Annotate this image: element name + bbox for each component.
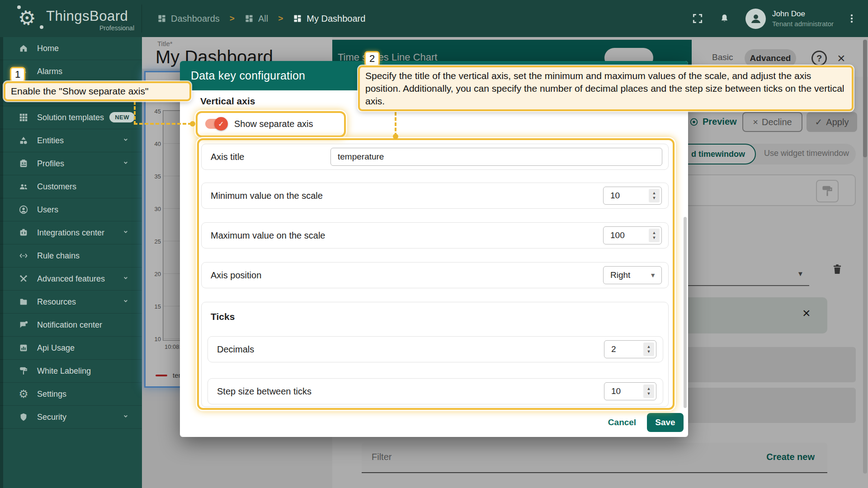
number-stepper[interactable]: ▲▼ — [643, 343, 654, 356]
sidebar-item-api-usage[interactable]: Api Usage — [0, 337, 142, 360]
number-stepper[interactable]: ▲▼ — [643, 385, 654, 398]
axis-position-select[interactable]: Right ▼ — [603, 266, 662, 284]
sidebar-item-label: Profiles — [37, 159, 64, 169]
step-size-input[interactable]: 10 ▲▼ — [604, 382, 656, 400]
annotation-1-number: 1 — [10, 67, 25, 82]
sidebar-item-label: Home — [37, 44, 59, 53]
sidebar-item-label: Notification center — [37, 320, 102, 330]
sidebar-item-users[interactable]: Users — [0, 198, 142, 221]
dialog-scrollbar-thumb[interactable] — [684, 217, 687, 408]
sidebar-item-label: Customers — [37, 182, 76, 192]
chevron-down-icon — [121, 412, 130, 422]
fullscreen-button[interactable] — [692, 13, 703, 24]
annotation-1-connector-dot — [190, 121, 195, 127]
cancel-button[interactable]: Cancel — [604, 413, 640, 432]
sidebar-item-label: Security — [37, 413, 66, 422]
sidebar-item-resources[interactable]: Resources — [0, 291, 142, 314]
chevron-down-icon — [121, 227, 130, 238]
dashboards-icon — [245, 14, 254, 23]
stepper-down-icon[interactable]: ▼ — [652, 196, 656, 200]
fullscreen-icon — [692, 13, 703, 24]
notifications-button[interactable] — [719, 13, 730, 24]
sidebar-item-label: Rule chains — [37, 251, 80, 261]
breadcrumb-label: My Dashboard — [307, 14, 365, 24]
breadcrumb-dashboards[interactable]: Dashboards — [157, 14, 220, 24]
data-key-configuration-dialog: Data key configuration Vertical axis ✓ S… — [180, 61, 688, 437]
decimals-value: 2 — [611, 344, 616, 354]
min-value-input[interactable]: 10 ▲▼ — [603, 187, 662, 205]
axis-position-row: Axis position Right ▼ — [201, 262, 669, 288]
annotation-1-text: Enable the "Show separate axis" — [4, 81, 191, 101]
sidebar-item-entities[interactable]: Entities — [0, 129, 142, 152]
sidebar-item-profiles[interactable]: Profiles — [0, 152, 142, 175]
brand-edition: Professional — [46, 24, 134, 32]
toggle-label: Show separate axis — [234, 119, 313, 129]
logo-orb-icon — [40, 25, 43, 29]
breadcrumb-my-dashboard[interactable]: My Dashboard — [293, 14, 365, 24]
sidebar-item-label: Api Usage — [37, 343, 75, 353]
sidebar-item-home[interactable]: Home — [0, 37, 142, 60]
sidebar-item-customers[interactable]: Customers — [0, 175, 142, 198]
chevron-down-icon — [121, 158, 130, 169]
notification-icon — [18, 319, 29, 330]
sidebar-item-notification-center[interactable]: Notification center — [0, 314, 142, 337]
thingsboard-logo[interactable]: ⚙ ThingsBoard Professional — [17, 5, 142, 33]
folder-icon — [18, 296, 29, 307]
number-stepper[interactable]: ▲▼ — [649, 189, 660, 202]
stepper-down-icon[interactable]: ▼ — [647, 350, 651, 354]
stepper-up-icon[interactable]: ▲ — [647, 345, 651, 349]
stepper-down-icon[interactable]: ▼ — [647, 392, 651, 396]
save-button[interactable]: Save — [647, 413, 684, 432]
more-vert-icon — [846, 13, 857, 24]
thingsboard-screen: ⚙ ThingsBoard Professional Dashboards > … — [0, 0, 868, 488]
paint-roller-icon — [18, 366, 29, 376]
breadcrumb-all[interactable]: All — [245, 14, 268, 24]
show-separate-axis-toggle-row: ✓ Show separate axis — [203, 112, 339, 136]
person-circle-icon — [18, 204, 29, 215]
max-value-input[interactable]: 100 ▲▼ — [603, 226, 662, 244]
decimals-input[interactable]: 2 ▲▼ — [604, 340, 656, 358]
sidebar-item-security[interactable]: Security — [0, 406, 142, 429]
stepper-up-icon[interactable]: ▲ — [652, 231, 656, 235]
sidebar-item-white-labeling[interactable]: White Labeling — [0, 360, 142, 383]
rule-chain-icon — [18, 250, 29, 261]
topbar-actions: John Doe Tenant administrator — [692, 0, 868, 37]
stepper-up-icon[interactable]: ▲ — [652, 191, 656, 195]
topbar: ⚙ ThingsBoard Professional Dashboards > … — [0, 0, 868, 37]
step-size-label: Step size between ticks — [217, 379, 311, 404]
number-stepper[interactable]: ▲▼ — [649, 229, 660, 242]
vertical-axis-section-label: Vertical axis — [200, 96, 255, 107]
annotation-2-number: 2 — [364, 51, 380, 66]
chevron-down-icon — [121, 296, 130, 307]
sidebar-item-advanced-features[interactable]: Advanced features — [0, 267, 142, 291]
user-info[interactable]: John Doe Tenant administrator — [772, 9, 834, 28]
sidebar-item-rule-chains[interactable]: Rule chains — [0, 244, 142, 267]
sidebar-item-label: Settings — [37, 389, 66, 399]
toggle-thumb-check-icon: ✓ — [214, 117, 228, 131]
annotation-1-connector — [134, 123, 192, 125]
axis-position-label: Axis position — [211, 263, 261, 288]
home-icon — [18, 43, 29, 54]
max-value: 100 — [610, 230, 625, 240]
select-caret-icon: ▼ — [650, 272, 656, 279]
show-separate-axis-toggle[interactable]: ✓ — [205, 119, 227, 129]
sidebar-item-solution-templates[interactable]: Solution templates NEW — [0, 106, 142, 129]
gear-icon: ⚙ — [18, 389, 29, 399]
sidebar-item-label: White Labeling — [37, 366, 91, 376]
axis-title-input[interactable]: temperature — [330, 148, 662, 166]
sidebar-item-settings[interactable]: ⚙ Settings — [0, 383, 142, 406]
min-value: 10 — [610, 191, 620, 201]
sidebar-item-label: Solution templates — [37, 113, 104, 122]
axis-title-label: Axis title — [211, 144, 244, 169]
axis-title-value: temperature — [338, 152, 384, 162]
stepper-down-icon[interactable]: ▼ — [652, 236, 656, 240]
more-menu-button[interactable] — [846, 13, 857, 24]
person-icon — [749, 12, 763, 25]
annotation-2-connector — [395, 112, 396, 136]
dialog-title: Data key configuration — [191, 69, 305, 82]
sidebar-item-integrations-center[interactable]: Integrations center — [0, 221, 142, 244]
stepper-up-icon[interactable]: ▲ — [647, 387, 651, 391]
sidebar-item-label: Users — [37, 205, 58, 215]
id-badge-icon — [18, 158, 29, 169]
avatar[interactable] — [745, 9, 766, 29]
